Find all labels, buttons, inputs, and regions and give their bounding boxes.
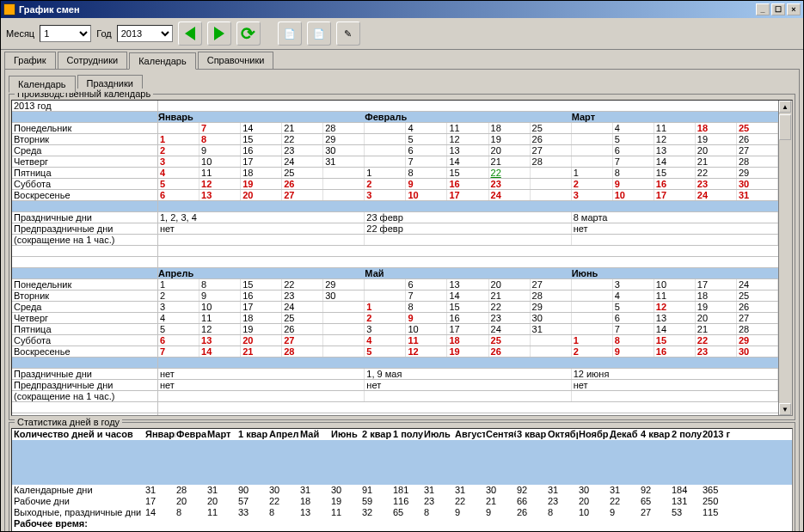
calendar-group: Производственный календарь 2013 годЯнвар… xyxy=(9,94,795,420)
next-button[interactable] xyxy=(207,21,231,46)
spacer-row xyxy=(12,358,778,369)
spacer-row xyxy=(12,201,778,212)
toolbar: Месяц 1 Год 2013 ⟳ 📄 📄 ✎ xyxy=(1,18,803,50)
tab-График[interactable]: График xyxy=(4,52,56,69)
extra-row: (сокращение на 1 час.) xyxy=(12,235,778,246)
day-row: Суббота6132027411182518152229 xyxy=(12,335,778,346)
extra-row: Предпраздничные днинетнетнет xyxy=(12,380,778,391)
stats-row: Календарные дни3128319030313091181313130… xyxy=(12,485,792,496)
day-row: Пятница411182518152218152229 xyxy=(12,168,778,179)
prev-button[interactable] xyxy=(178,21,202,46)
tab-Сотрудники[interactable]: Сотрудники xyxy=(58,52,128,69)
stats-legend: Статистика дней в году xyxy=(15,417,122,427)
tabs-main: ГрафикСотрудникиКалендарьСправочники xyxy=(1,52,803,69)
tool-button-1[interactable]: 📄 xyxy=(278,21,302,46)
pencil-icon: ✎ xyxy=(344,28,352,40)
window-title: График смен xyxy=(19,4,80,15)
stats-group: Статистика дней в году Количество дней и… xyxy=(9,422,795,532)
tab-Справочники[interactable]: Справочники xyxy=(198,52,274,69)
day-row: Понедельник1815222961320273101724 xyxy=(12,279,778,290)
tab-Календарь[interactable]: Календарь xyxy=(9,76,76,93)
year-row: 2013 год xyxy=(12,101,778,112)
extra-row: Праздничные днинет1, 9 мая12 июня xyxy=(12,369,778,380)
day-row: Воскресенье61320273101724310172431 xyxy=(12,190,778,201)
stats-grid[interactable]: Количество дней и часовЯнварьФевраМарт1 … xyxy=(12,429,792,532)
day-row: Пятница51219263101724317142128 xyxy=(12,324,778,335)
year-label: Год xyxy=(96,28,112,39)
stats-row: Количество дней и часовЯнварьФевраМарт1 … xyxy=(12,429,792,440)
day-row: Среда2916233061320276132027 xyxy=(12,145,778,156)
month-header-row: АпрельМайИюнь xyxy=(12,268,778,279)
month-header-row: ЯнварьФевральМарт xyxy=(12,112,778,123)
day-row: Четверг31017243171421287142128 xyxy=(12,156,778,168)
empty-row xyxy=(12,413,778,416)
extra-row: (сокращение на 1 час.) xyxy=(12,391,778,402)
stats-blue-gap xyxy=(12,440,792,485)
empty-row xyxy=(12,402,778,413)
empty-row xyxy=(12,257,778,268)
scroll-thumb[interactable] xyxy=(779,114,791,140)
doc-icon: 📄 xyxy=(284,28,296,40)
doc-arrow-icon: 📄 xyxy=(313,28,325,40)
day-row: Среда3101724181522295121926 xyxy=(12,302,778,313)
day-row: Четверг4111825291623306132027 xyxy=(12,313,778,324)
month-select[interactable]: 1 xyxy=(40,25,91,42)
titlebar: График смен _ ☐ × xyxy=(1,1,803,18)
day-row: Воскресенье7142128512192629162330 xyxy=(12,346,778,358)
refresh-button[interactable]: ⟳ xyxy=(236,21,261,46)
refresh-icon: ⟳ xyxy=(241,23,255,44)
tab-Календарь[interactable]: Календарь xyxy=(129,52,196,70)
tool-button-2[interactable]: 📄 xyxy=(307,21,331,46)
calendar-grid[interactable]: 2013 годЯнварьФевральМартПонедельник7142… xyxy=(12,101,778,416)
scrollbar-vert[interactable]: ▲ ▼ xyxy=(778,101,792,415)
day-row: Понедельник714212841118254111825 xyxy=(12,123,778,134)
scroll-up-button[interactable]: ▲ xyxy=(779,101,791,113)
day-row: Вторник2916233071421284111825 xyxy=(12,290,778,302)
month-label: Месяц xyxy=(6,28,34,39)
empty-row xyxy=(12,246,778,257)
year-select[interactable]: 2013 xyxy=(117,25,173,42)
arrow-left-icon xyxy=(185,27,195,40)
maximize-button[interactable]: ☐ xyxy=(771,3,785,15)
app-icon xyxy=(3,3,15,15)
stats-row: Рабочие дни17202057221819591162322216623… xyxy=(12,496,792,507)
stats-row: Выходные, праздничные дни148113381311326… xyxy=(12,507,792,518)
day-row: Суббота512192629162329162330 xyxy=(12,179,778,190)
extra-row: Предпраздничные днинет22 феврнет xyxy=(12,223,778,235)
scroll-down-button[interactable]: ▼ xyxy=(779,403,791,415)
arrow-right-icon xyxy=(214,27,224,40)
minimize-button[interactable]: _ xyxy=(756,3,770,15)
stats-row: Рабочее время: xyxy=(12,518,792,529)
extra-row: Праздничные дни1, 2, 3, 423 февр8 марта xyxy=(12,212,778,223)
tool-button-3[interactable]: ✎ xyxy=(336,21,360,46)
day-row: Вторник1815222951219265121926 xyxy=(12,134,778,145)
close-button[interactable]: × xyxy=(787,3,801,15)
